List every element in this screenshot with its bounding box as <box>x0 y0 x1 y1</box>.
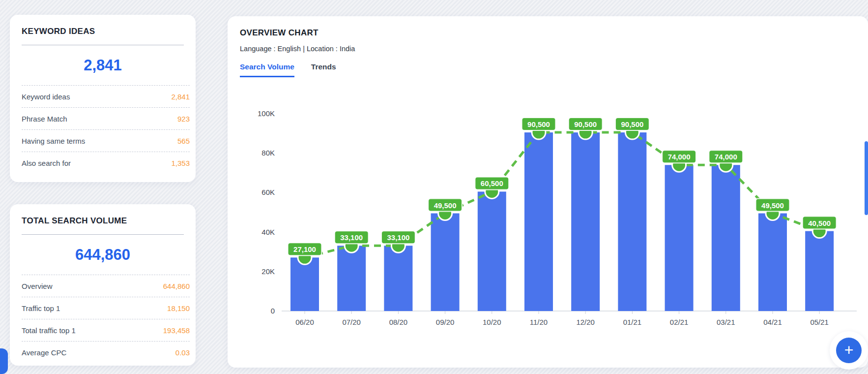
y-axis-tick: 0 <box>271 307 275 315</box>
row-traffic-top-1[interactable]: Traffic top 1 18,150 <box>22 297 190 319</box>
bar-06/20[interactable] <box>290 257 319 311</box>
x-axis-label: 03/21 <box>717 318 735 326</box>
x-axis-label: 04/21 <box>763 318 782 326</box>
tab-search-volume[interactable]: Search Volume <box>240 62 294 77</box>
row-label: Also search for <box>22 159 71 167</box>
value-badge-label: 49,500 <box>434 201 457 210</box>
plus-icon: + <box>844 342 854 358</box>
value-badge-label: 33,100 <box>387 233 409 242</box>
x-axis-label: 07/20 <box>342 318 361 326</box>
bar-12/20[interactable] <box>571 132 600 311</box>
tab-trends[interactable]: Trends <box>311 62 336 77</box>
chart-tabs: Search Volume Trends <box>240 62 868 77</box>
chart-header: OVERVIEW CHART Language : English | Loca… <box>228 16 868 77</box>
bar-05/21[interactable] <box>805 231 834 311</box>
overview-chart-title: OVERVIEW CHART <box>240 28 868 38</box>
x-axis-label: 02/21 <box>670 318 689 326</box>
divider <box>22 234 184 235</box>
y-axis-tick: 60K <box>261 188 275 196</box>
row-label: Phrase Match <box>22 115 67 123</box>
divider <box>22 45 184 45</box>
row-having-same-terms[interactable]: Having same terms 565 <box>22 130 190 152</box>
keyword-ideas-rows: Keyword ideas 2,841 Phrase Match 923 Hav… <box>22 85 190 174</box>
add-button[interactable]: + <box>836 338 862 363</box>
value-badge-label: 33,100 <box>340 233 363 242</box>
x-axis-label: 10/20 <box>483 318 501 326</box>
bar-08/20[interactable] <box>384 246 412 311</box>
total-search-volume-rows: Overview 644,860 Traffic top 1 18,150 To… <box>22 275 190 364</box>
y-axis-tick: 80K <box>261 149 275 157</box>
scrollbar-thumb[interactable] <box>865 141 868 215</box>
value-badge-label: 90,500 <box>574 120 597 128</box>
row-value: 923 <box>177 115 190 123</box>
row-also-search-for[interactable]: Also search for 1,353 <box>22 152 190 174</box>
x-axis-label: 08/20 <box>389 318 408 326</box>
x-axis-label: 05/21 <box>810 318 829 326</box>
fab-halo: + <box>830 331 868 370</box>
sidebar-handle[interactable] <box>0 348 8 374</box>
bar-09/20[interactable] <box>431 214 460 311</box>
row-label: Average CPC <box>22 348 66 357</box>
total-search-volume-total: 644,860 <box>10 246 196 264</box>
overview-chart-card: OVERVIEW CHART Language : English | Loca… <box>228 16 868 368</box>
row-value: 18,150 <box>167 304 190 312</box>
row-value: 0.03 <box>175 348 190 357</box>
search-volume-bar-chart: 020K40K60K80K100K06/2007/2008/2009/2010/… <box>228 80 868 368</box>
row-label: Having same terms <box>22 137 85 145</box>
value-badge-label: 90,500 <box>621 120 643 128</box>
keyword-ideas-card: KEYWORD IDEAS 2,841 Keyword ideas 2,841 … <box>10 15 196 182</box>
y-axis-tick: 20K <box>261 267 275 276</box>
y-axis-tick: 100K <box>258 109 275 118</box>
row-value: 565 <box>177 137 190 145</box>
row-value: 2,841 <box>171 93 190 101</box>
bar-07/20[interactable] <box>337 246 366 311</box>
y-axis-tick: 40K <box>261 228 275 236</box>
bar-01/21[interactable] <box>618 132 646 311</box>
keyword-ideas-total: 2,841 <box>10 57 196 74</box>
value-badge-label: 74,000 <box>668 153 691 161</box>
value-badge-label: 27,100 <box>293 245 316 253</box>
value-badge-label: 49,500 <box>761 201 784 210</box>
bar-04/21[interactable] <box>758 214 787 311</box>
value-badge-label: 60,500 <box>481 179 503 187</box>
chart-language-location: Language : English | Location : India <box>240 45 868 53</box>
total-search-volume-card: TOTAL SEARCH VOLUME 644,860 Overview 644… <box>10 204 196 366</box>
row-average-cpc[interactable]: Average CPC 0.03 <box>22 342 190 364</box>
row-label: Overview <box>22 282 53 290</box>
value-badge-label: 90,500 <box>527 120 550 128</box>
keyword-ideas-title: KEYWORD IDEAS <box>10 27 196 36</box>
value-badge-label: 40,500 <box>808 219 831 227</box>
row-keyword-ideas[interactable]: Keyword ideas 2,841 <box>22 86 190 108</box>
value-badge-label: 74,000 <box>715 153 737 161</box>
total-search-volume-title: TOTAL SEARCH VOLUME <box>10 216 196 226</box>
bar-03/21[interactable] <box>712 165 740 311</box>
x-axis-label: 12/20 <box>576 318 595 326</box>
x-axis-label: 01/21 <box>623 318 642 326</box>
x-axis-label: 09/20 <box>436 318 455 326</box>
bar-10/20[interactable] <box>478 191 506 311</box>
x-axis-label: 06/20 <box>295 318 314 326</box>
x-axis-label: 11/20 <box>530 318 548 326</box>
row-label: Keyword ideas <box>22 93 70 101</box>
row-value: 1,353 <box>171 159 190 167</box>
row-phrase-match[interactable]: Phrase Match 923 <box>22 108 190 130</box>
row-value: 644,860 <box>163 282 190 290</box>
bar-02/21[interactable] <box>665 165 694 311</box>
row-overview[interactable]: Overview 644,860 <box>22 275 190 297</box>
row-total-traffic-top-1[interactable]: Total traffic top 1 193,458 <box>22 319 190 342</box>
row-label: Total traffic top 1 <box>22 326 76 335</box>
row-value: 193,458 <box>163 326 190 335</box>
row-label: Traffic top 1 <box>22 304 60 312</box>
bar-11/20[interactable] <box>524 132 553 311</box>
